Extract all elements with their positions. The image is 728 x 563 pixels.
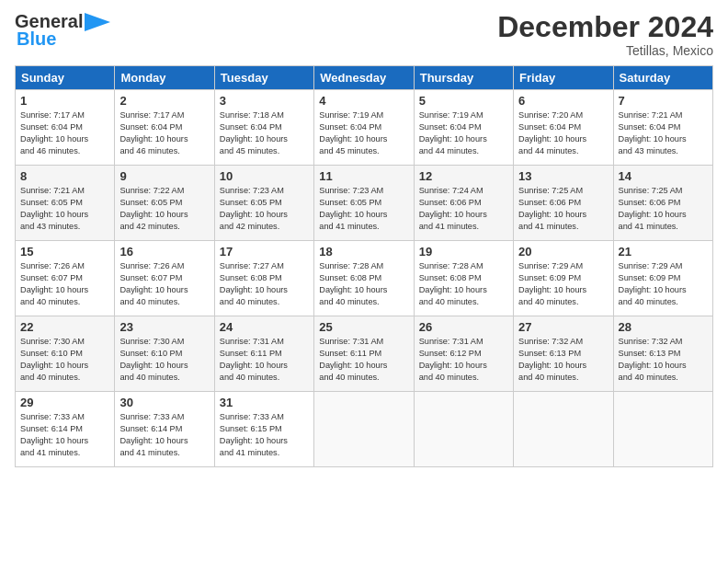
cell-info: Sunrise: 7:17 AM Sunset: 6:04 PM Dayligh… [119, 109, 209, 157]
day-number: 18 [319, 245, 408, 259]
week-row-4: 22Sunrise: 7:30 AM Sunset: 6:10 PM Dayli… [16, 316, 713, 392]
calendar-cell: 6Sunrise: 7:20 AM Sunset: 6:04 PM Daylig… [514, 90, 613, 166]
calendar-cell: 11Sunrise: 7:23 AM Sunset: 6:05 PM Dayli… [314, 166, 414, 241]
day-number: 24 [220, 320, 309, 334]
month-title: December 2024 [497, 11, 713, 43]
logo: General Blue [15, 11, 110, 50]
cell-info: Sunrise: 7:32 AM Sunset: 6:13 PM Dayligh… [619, 336, 708, 384]
header-row: Sunday Monday Tuesday Wednesday Thursday… [16, 66, 713, 90]
calendar-cell: 5Sunrise: 7:19 AM Sunset: 6:04 PM Daylig… [414, 90, 513, 166]
day-number: 29 [20, 396, 109, 409]
calendar-cell [414, 392, 513, 467]
calendar-cell: 28Sunrise: 7:32 AM Sunset: 6:13 PM Dayli… [613, 316, 712, 392]
day-number: 17 [220, 245, 309, 259]
day-number: 27 [518, 320, 608, 334]
cell-info: Sunrise: 7:27 AM Sunset: 6:08 PM Dayligh… [220, 260, 309, 308]
cell-info: Sunrise: 7:19 AM Sunset: 6:04 PM Dayligh… [419, 109, 508, 157]
day-number: 6 [518, 94, 608, 108]
cell-info: Sunrise: 7:24 AM Sunset: 6:06 PM Dayligh… [419, 185, 508, 233]
col-friday: Friday [514, 66, 613, 90]
cell-info: Sunrise: 7:29 AM Sunset: 6:09 PM Dayligh… [518, 260, 608, 308]
col-wednesday: Wednesday [314, 66, 414, 90]
cell-info: Sunrise: 7:28 AM Sunset: 6:08 PM Dayligh… [419, 260, 508, 308]
calendar-cell [314, 392, 414, 467]
day-number: 1 [20, 94, 109, 108]
calendar-cell: 10Sunrise: 7:23 AM Sunset: 6:05 PM Dayli… [214, 166, 313, 241]
day-number: 31 [220, 396, 309, 409]
day-number: 10 [220, 169, 309, 183]
day-number: 11 [319, 169, 408, 183]
calendar-cell: 8Sunrise: 7:21 AM Sunset: 6:05 PM Daylig… [16, 166, 115, 241]
calendar-cell: 9Sunrise: 7:22 AM Sunset: 6:05 PM Daylig… [115, 166, 214, 241]
day-number: 2 [119, 94, 209, 108]
calendar-cell: 13Sunrise: 7:25 AM Sunset: 6:06 PM Dayli… [514, 166, 613, 241]
calendar-cell: 23Sunrise: 7:30 AM Sunset: 6:10 PM Dayli… [115, 316, 214, 392]
calendar-cell [514, 392, 613, 467]
calendar-cell [613, 392, 712, 467]
calendar-cell: 1Sunrise: 7:17 AM Sunset: 6:04 PM Daylig… [16, 90, 115, 166]
day-number: 7 [619, 94, 708, 108]
calendar-cell: 31Sunrise: 7:33 AM Sunset: 6:15 PM Dayli… [214, 392, 313, 467]
cell-info: Sunrise: 7:22 AM Sunset: 6:05 PM Dayligh… [119, 185, 209, 233]
day-number: 28 [619, 320, 708, 334]
day-number: 26 [419, 320, 508, 334]
day-number: 20 [518, 245, 608, 259]
calendar-container: General Blue December 2024 Tetillas, Mex… [0, 0, 728, 475]
cell-info: Sunrise: 7:26 AM Sunset: 6:07 PM Dayligh… [20, 260, 109, 308]
calendar-cell: 3Sunrise: 7:18 AM Sunset: 6:04 PM Daylig… [214, 90, 313, 166]
calendar-cell: 4Sunrise: 7:19 AM Sunset: 6:04 PM Daylig… [314, 90, 414, 166]
cell-info: Sunrise: 7:30 AM Sunset: 6:10 PM Dayligh… [20, 336, 109, 384]
day-number: 30 [119, 396, 209, 409]
calendar-cell: 12Sunrise: 7:24 AM Sunset: 6:06 PM Dayli… [414, 166, 513, 241]
day-number: 12 [419, 169, 508, 183]
calendar-cell: 14Sunrise: 7:25 AM Sunset: 6:06 PM Dayli… [613, 166, 712, 241]
cell-info: Sunrise: 7:31 AM Sunset: 6:12 PM Dayligh… [419, 336, 508, 384]
week-row-1: 1Sunrise: 7:17 AM Sunset: 6:04 PM Daylig… [16, 90, 713, 166]
cell-info: Sunrise: 7:26 AM Sunset: 6:07 PM Dayligh… [119, 260, 209, 308]
cell-info: Sunrise: 7:17 AM Sunset: 6:04 PM Dayligh… [20, 109, 109, 157]
cell-info: Sunrise: 7:30 AM Sunset: 6:10 PM Dayligh… [119, 336, 209, 384]
cell-info: Sunrise: 7:25 AM Sunset: 6:06 PM Dayligh… [619, 185, 708, 233]
calendar-cell: 26Sunrise: 7:31 AM Sunset: 6:12 PM Dayli… [414, 316, 513, 392]
day-number: 3 [220, 94, 309, 108]
cell-info: Sunrise: 7:31 AM Sunset: 6:11 PM Dayligh… [220, 336, 309, 384]
day-number: 19 [419, 245, 508, 259]
title-block: December 2024 Tetillas, Mexico [497, 11, 713, 58]
week-row-5: 29Sunrise: 7:33 AM Sunset: 6:14 PM Dayli… [16, 392, 713, 467]
header: General Blue December 2024 Tetillas, Mex… [15, 11, 713, 58]
day-number: 5 [419, 94, 508, 108]
day-number: 14 [619, 169, 708, 183]
calendar-cell: 16Sunrise: 7:26 AM Sunset: 6:07 PM Dayli… [115, 241, 214, 316]
calendar-cell: 2Sunrise: 7:17 AM Sunset: 6:04 PM Daylig… [115, 90, 214, 166]
col-tuesday: Tuesday [214, 66, 313, 90]
svg-marker-0 [85, 13, 110, 31]
calendar-cell: 24Sunrise: 7:31 AM Sunset: 6:11 PM Dayli… [214, 316, 313, 392]
day-number: 13 [518, 169, 608, 183]
calendar-cell: 22Sunrise: 7:30 AM Sunset: 6:10 PM Dayli… [16, 316, 115, 392]
logo-icon [85, 13, 110, 31]
week-row-2: 8Sunrise: 7:21 AM Sunset: 6:05 PM Daylig… [16, 166, 713, 241]
col-sunday: Sunday [16, 66, 115, 90]
subtitle: Tetillas, Mexico [497, 43, 713, 58]
cell-info: Sunrise: 7:21 AM Sunset: 6:04 PM Dayligh… [619, 109, 708, 157]
day-number: 22 [20, 320, 109, 334]
day-number: 8 [20, 169, 109, 183]
calendar-cell: 30Sunrise: 7:33 AM Sunset: 6:14 PM Dayli… [115, 392, 214, 467]
cell-info: Sunrise: 7:28 AM Sunset: 6:08 PM Dayligh… [319, 260, 408, 308]
cell-info: Sunrise: 7:29 AM Sunset: 6:09 PM Dayligh… [619, 260, 708, 308]
day-number: 4 [319, 94, 408, 108]
col-thursday: Thursday [414, 66, 513, 90]
calendar-cell: 15Sunrise: 7:26 AM Sunset: 6:07 PM Dayli… [16, 241, 115, 316]
calendar-body: 1Sunrise: 7:17 AM Sunset: 6:04 PM Daylig… [16, 90, 713, 467]
cell-info: Sunrise: 7:33 AM Sunset: 6:15 PM Dayligh… [220, 411, 309, 459]
cell-info: Sunrise: 7:32 AM Sunset: 6:13 PM Dayligh… [518, 336, 608, 384]
logo-blue: Blue [17, 29, 56, 50]
week-row-3: 15Sunrise: 7:26 AM Sunset: 6:07 PM Dayli… [16, 241, 713, 316]
cell-info: Sunrise: 7:23 AM Sunset: 6:05 PM Dayligh… [319, 185, 408, 233]
day-number: 25 [319, 320, 408, 334]
cell-info: Sunrise: 7:31 AM Sunset: 6:11 PM Dayligh… [319, 336, 408, 384]
calendar-cell: 7Sunrise: 7:21 AM Sunset: 6:04 PM Daylig… [613, 90, 712, 166]
calendar-cell: 20Sunrise: 7:29 AM Sunset: 6:09 PM Dayli… [514, 241, 613, 316]
day-number: 15 [20, 245, 109, 259]
calendar-cell: 29Sunrise: 7:33 AM Sunset: 6:14 PM Dayli… [16, 392, 115, 467]
